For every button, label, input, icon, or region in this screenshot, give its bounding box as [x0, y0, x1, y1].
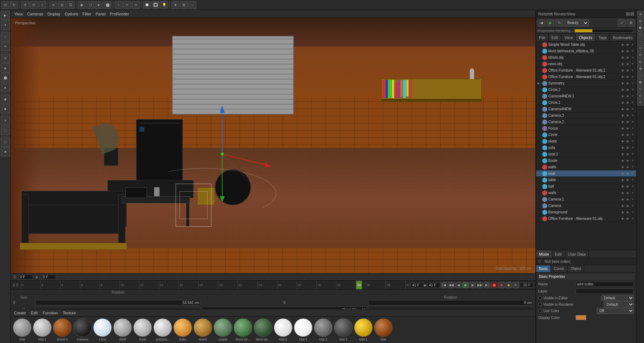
viewport-menu-display[interactable]: Display — [46, 12, 62, 16]
obj-vis-icon[interactable]: ◉ — [620, 172, 625, 176]
obj-list-item[interactable]: ball◉◉✕ — [536, 183, 636, 190]
visible-renderer-select[interactable]: Default — [604, 301, 634, 308]
mat-slot-15[interactable]: Mat.3 — [314, 318, 333, 341]
obj-vis-icon[interactable]: ◉ — [620, 120, 625, 124]
toolbar-icon-omega[interactable]: Ω — [67, 1, 75, 9]
obj-vis-icon[interactable]: ✕ — [630, 191, 635, 195]
obj-vis-icon[interactable]: ◉ — [620, 197, 625, 202]
mat-slot-14[interactable]: Mat.4 — [294, 318, 313, 341]
rt-btn-8[interactable]: ⊗ — [637, 58, 644, 65]
obj-vis-icon[interactable]: ◉ — [620, 94, 625, 98]
obj-vis-icon[interactable]: ✕ — [630, 184, 635, 189]
obj-vis-icon[interactable]: ◉ — [625, 81, 630, 86]
obj-vis-icon[interactable]: ◉ — [620, 191, 625, 195]
tl-prev-frame-btn[interactable]: ◀ — [455, 282, 462, 288]
obj-vis-icon[interactable]: ◉ — [620, 62, 625, 66]
obj-list-item[interactable]: Camera.3◉◉✕ — [536, 112, 636, 119]
prop-subtab-object[interactable]: Object — [568, 265, 584, 272]
toolbar-icon-pencil[interactable]: ✏ — [123, 1, 131, 9]
mat-slot-0[interactable]: Mat — [13, 318, 32, 341]
prop-tab-mode[interactable]: Mode — [536, 250, 552, 258]
obj-vis-icon[interactable]: ✕ — [630, 152, 635, 156]
toolbar-icon-scale[interactable]: ⟳ — [30, 1, 38, 9]
obj-list-item[interactable]: ▶Symmetry◉◉✕ — [536, 80, 636, 87]
viewport-menu-view[interactable]: View — [13, 12, 24, 16]
visible-editor-radio[interactable] — [538, 296, 542, 300]
obj-vis-icon[interactable]: ◉ — [620, 49, 625, 53]
obj-vis-icon[interactable]: ◉ — [620, 152, 625, 156]
prop-subtab-coord[interactable]: Coord. — [551, 265, 568, 272]
obj-list-item[interactable]: Office Furniture - Alienware 01.obj◉◉✕ — [536, 216, 636, 222]
obj-vis-icon[interactable]: ✕ — [630, 62, 635, 66]
obj-vis-icon[interactable]: ◉ — [625, 197, 630, 202]
mat-slot-4[interactable]: Lens — [93, 318, 112, 341]
obj-list-item[interactable]: Office Furniture - Alienware 01.obj.2◉◉✕ — [536, 74, 636, 80]
obj-list-item[interactable]: Office Furniture - Alienware 01.obj.1◉◉✕ — [536, 67, 636, 74]
obj-vis-icon[interactable]: ◉ — [625, 55, 630, 60]
toolbar-icon-redo[interactable]: ↻ — [10, 1, 18, 9]
tab-edit[interactable]: Edit — [549, 34, 562, 41]
rt-btn-12[interactable]: ⊙ — [637, 86, 644, 92]
obj-vis-icon[interactable]: ◉ — [625, 146, 630, 150]
obj-vis-icon[interactable]: ✕ — [630, 139, 635, 144]
toolbar-icon-play[interactable]: ► — [95, 1, 103, 9]
obj-vis-icon[interactable]: ◉ — [620, 88, 625, 92]
obj-vis-icon[interactable]: ◉ — [625, 184, 630, 189]
obj-vis-icon[interactable]: ◉ — [625, 43, 630, 47]
mat-slot-13[interactable]: Mat.5 — [274, 318, 292, 341]
mat-slot-3[interactable]: Camera — [73, 318, 92, 341]
obj-vis-icon[interactable]: ✕ — [630, 101, 635, 105]
mat-menu-create[interactable]: Create — [13, 311, 27, 315]
toolbar-icon-move[interactable]: ✛ — [21, 1, 29, 9]
toolbar-icon-undo[interactable]: ↺ — [1, 1, 9, 9]
display-color-swatch[interactable] — [576, 315, 586, 320]
tl-play-btn[interactable]: ▶ — [462, 282, 469, 288]
obj-vis-icon[interactable]: ◉ — [625, 133, 630, 137]
mat-slot-2[interactable]: Wood.0 — [53, 318, 72, 341]
mat-slot-12[interactable]: kkviz.tar... — [254, 318, 272, 341]
object-list[interactable]: Simple Wood Table.obj◉◉✕kkviz.tarlmounia… — [536, 42, 636, 250]
obj-list-item[interactable]: skate◉◉✕ — [536, 138, 636, 145]
obj-list-item[interactable]: Circle.1◉◉✕ — [536, 100, 636, 106]
mat-slot-7[interactable]: aiStand... — [153, 318, 172, 341]
tab-bookmarks[interactable]: Bookmarks — [610, 34, 636, 41]
obj-vis-icon[interactable]: ✕ — [630, 81, 635, 86]
obj-vis-icon[interactable]: ◉ — [625, 62, 630, 66]
rt-btn-7[interactable]: ⊕ — [637, 52, 644, 58]
mat-slot-8[interactable]: bubu — [173, 318, 192, 341]
obj-vis-icon[interactable]: ◉ — [625, 94, 630, 98]
sidebar-square[interactable]: ⬛ — [1, 126, 10, 135]
toolbar-icon-cube[interactable]: ▪ — [115, 1, 123, 9]
x-pos-input[interactable] — [35, 300, 201, 305]
beauty-select[interactable]: Beauty Diffuse Specular — [564, 19, 589, 26]
render-minimize[interactable] — [626, 12, 630, 16]
obj-vis-icon[interactable]: ◉ — [620, 165, 625, 169]
rt-btn-4[interactable]: ⬡ — [637, 31, 644, 38]
obj-vis-icon[interactable]: ◉ — [625, 152, 630, 156]
sidebar-pan[interactable]: ↔ — [1, 32, 10, 42]
rt-btn-2[interactable]: ⊞ — [637, 18, 644, 24]
sidebar-add[interactable]: ✛ — [1, 54, 10, 63]
sidebar-hex[interactable]: ⬡ — [1, 137, 10, 147]
tl-key-btn[interactable]: ◆ — [505, 282, 512, 288]
rt-btn-10[interactable]: ⬛ — [637, 72, 644, 78]
name-input[interactable] — [576, 281, 634, 287]
obj-vis-icon[interactable]: ✕ — [630, 55, 635, 60]
toolbar-icon-psi[interactable]: ψ — [58, 1, 66, 9]
obj-vis-icon[interactable]: ◉ — [625, 49, 630, 53]
obj-list-item[interactable]: seat◉◉✕ — [536, 170, 636, 177]
obj-vis-icon[interactable]: ✕ — [630, 75, 635, 79]
obj-vis-icon[interactable]: ◉ — [620, 184, 625, 189]
mat-slot-17[interactable]: Mat.1 — [354, 318, 373, 341]
obj-list-item[interactable]: walls◉◉✕ — [536, 190, 636, 196]
obj-vis-icon[interactable]: ◉ — [625, 172, 630, 176]
visible-editor-select[interactable]: Default — [601, 295, 634, 301]
rt-btn-11[interactable]: ▦ — [637, 79, 644, 85]
viewport-menu-filter[interactable]: Filter — [81, 12, 92, 16]
obj-list-item[interactable]: Circle◉◉✕ — [536, 132, 636, 138]
obj-vis-icon[interactable]: ◉ — [625, 210, 630, 214]
prop-subtab-basic[interactable]: Basic — [536, 265, 551, 272]
obj-vis-icon[interactable]: ◉ — [625, 178, 630, 182]
obj-vis-icon[interactable]: ◉ — [625, 139, 630, 144]
obj-list-item[interactable]: Camera4NEW.1◉◉✕ — [536, 93, 636, 100]
